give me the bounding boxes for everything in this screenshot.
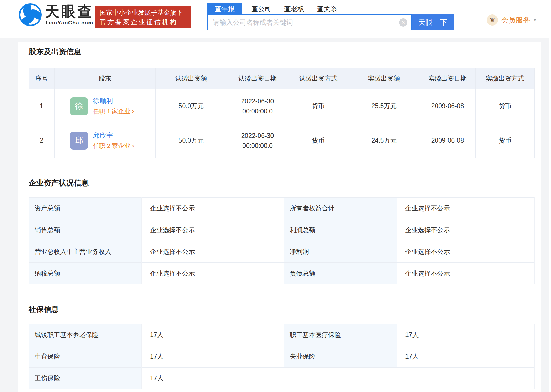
table-row: 营业总收入中主营业务收入 企业选择不公示 净利润 企业选择不公示 <box>29 241 535 263</box>
kv-label: 营业总收入中主营业务收入 <box>29 241 142 263</box>
member-services-label: 会员服务 <box>501 15 530 25</box>
shareholder-name-link[interactable]: 邱欣宇 <box>93 131 134 140</box>
search-input[interactable] <box>207 14 412 30</box>
avatar[interactable]: 徐 <box>70 97 88 115</box>
positions-link[interactable]: 任职 1 家企业› <box>93 107 134 116</box>
kv-value: 企业选择不公示 <box>142 263 284 284</box>
search-button[interactable]: 天眼一下 <box>412 14 454 30</box>
kv-value: 企业选择不公示 <box>142 241 284 263</box>
row-index: 1 <box>29 89 55 123</box>
kv-label: 负债总额 <box>284 263 397 284</box>
search-tabs: 查年报 查公司 查老板 查关系 <box>207 3 454 14</box>
kv-label: 失业保险 <box>284 346 397 368</box>
paid-amount: 25.5万元 <box>348 89 420 123</box>
assets-section-title: 企业资产状况信息 <box>29 177 534 188</box>
kv-value: 17人 <box>142 324 284 346</box>
tab-boss[interactable]: 查老板 <box>284 4 304 13</box>
subscribed-amount: 50.0万元 <box>156 89 227 123</box>
kv-value: 企业选择不公示 <box>142 219 284 241</box>
paid-date: 2009-06-08 <box>420 89 476 123</box>
kv-label: 销售总额 <box>29 219 142 241</box>
header-divider <box>545 14 545 26</box>
member-services[interactable]: ♛ 会员服务 ▼ <box>487 14 545 26</box>
shareholders-table: 序号 股东 认缴出资额 认缴出资日期 认缴出资方式 实缴出资额 实缴出资日期 实… <box>29 68 535 158</box>
chevron-down-icon: ▼ <box>533 18 537 22</box>
paid-method: 货币 <box>476 123 535 158</box>
kv-value: 企业选择不公示 <box>397 198 535 219</box>
subscribed-method: 货币 <box>288 89 348 123</box>
table-row: 纳税总额 企业选择不公示 负债总额 企业选择不公示 <box>29 263 535 284</box>
kv-label: 职工基本医疗保险 <box>284 324 397 346</box>
avatar[interactable]: 邱 <box>70 132 88 150</box>
kv-label: 生育保险 <box>29 346 142 368</box>
col-paid-date: 实缴出资日期 <box>420 68 476 89</box>
subscribed-date: 2022-06-30 00:00:00.0 <box>227 123 288 158</box>
row-index: 2 <box>29 123 55 158</box>
kv-value: 企业选择不公示 <box>142 198 284 219</box>
page-background: 股东及出资信息 序号 股东 认缴出资额 认缴出资日期 认缴出资方式 实缴出资额 … <box>0 38 551 392</box>
kv-label: 利润总额 <box>284 219 397 241</box>
positions-link-text: 任职 2 家企业 <box>93 142 130 149</box>
table-row: 生育保险 17人 失业保险 17人 <box>29 346 535 368</box>
date-line-2: 00:00:00.0 <box>227 141 288 151</box>
kv-label: 纳税总额 <box>29 263 142 284</box>
date-line-2: 00:00:00.0 <box>227 106 288 116</box>
kv-value: 企业选择不公示 <box>397 263 535 284</box>
social-security-section-title: 社保信息 <box>29 304 534 315</box>
positions-link-text: 任职 1 家企业 <box>93 108 130 115</box>
shareholders-section-title: 股东及出资信息 <box>29 46 534 57</box>
subscribed-date: 2022-06-30 00:00:00.0 <box>227 89 288 123</box>
kv-label: 净利润 <box>284 241 397 263</box>
table-row: 工伤保险 17人 <box>29 368 535 389</box>
table-row: 城镇职工基本养老保险 17人 职工基本医疗保险 17人 <box>29 324 535 346</box>
kv-label: 城镇职工基本养老保险 <box>29 324 142 346</box>
table-header-row: 序号 股东 认缴出资额 认缴出资日期 认缴出资方式 实缴出资额 实缴出资日期 实… <box>29 68 535 89</box>
date-line-1: 2022-06-30 <box>227 131 288 141</box>
col-index: 序号 <box>29 68 55 89</box>
scrollbar-track[interactable] <box>549 38 551 392</box>
table-row: 资产总额 企业选择不公示 所有者权益合计 企业选择不公示 <box>29 198 535 219</box>
col-subscribed-amount: 认缴出资额 <box>156 68 227 89</box>
tab-relationship[interactable]: 查关系 <box>317 4 337 13</box>
paid-date: 2009-06-08 <box>420 123 476 158</box>
brand-name: 天眼查 <box>45 4 94 19</box>
col-paid-method: 实缴出资方式 <box>476 68 535 89</box>
kv-label: 工伤保险 <box>29 368 142 389</box>
date-line-1: 2022-06-30 <box>227 96 288 106</box>
brand-domain: TianYanCha.com <box>45 20 94 26</box>
site-header: 天眼查 TianYanCha.com 国家中小企业发展子基金旗下 官方备案企业征… <box>0 0 551 38</box>
kv-value: 17人 <box>142 346 284 368</box>
crown-icon: ♛ <box>487 14 498 26</box>
col-shareholder: 股东 <box>55 68 156 89</box>
kv-value: 17人 <box>397 324 535 346</box>
kv-label: 所有者权益合计 <box>284 198 397 219</box>
clear-search-icon[interactable]: × <box>399 18 407 27</box>
chevron-right-icon: › <box>132 142 134 149</box>
kv-value: 17人 <box>397 346 535 368</box>
certification-badge: 国家中小企业发展子基金旗下 官方备案企业征信机构 <box>95 6 191 28</box>
subscribed-amount: 50.0万元 <box>156 123 227 158</box>
tab-annual-report[interactable]: 查年报 <box>207 3 242 14</box>
badge-line-1: 国家中小企业发展子基金旗下 <box>100 8 191 17</box>
kv-value: 企业选择不公示 <box>397 241 535 263</box>
logo[interactable]: 天眼查 TianYanCha.com <box>19 3 94 26</box>
table-row: 1 徐 徐顺利 任职 1 家企业› 50.0万元 2022-06-30 <box>29 89 535 123</box>
badge-line-2: 官方备案企业征信机构 <box>100 17 191 27</box>
table-row: 销售总额 企业选择不公示 利润总额 企业选择不公示 <box>29 219 535 241</box>
tab-company[interactable]: 查公司 <box>251 4 271 13</box>
tianyancha-logo-icon <box>19 3 42 26</box>
positions-link[interactable]: 任职 2 家企业› <box>93 142 134 150</box>
kv-value: 企业选择不公示 <box>397 219 535 241</box>
col-subscribed-method: 认缴出资方式 <box>288 68 348 89</box>
paid-method: 货币 <box>476 89 535 123</box>
shareholder-name-link[interactable]: 徐顺利 <box>93 97 134 105</box>
subscribed-method: 货币 <box>288 123 348 158</box>
col-subscribed-date: 认缴出资日期 <box>227 68 288 89</box>
table-row: 2 邱 邱欣宇 任职 2 家企业› 50.0万元 2022-06-30 <box>29 123 535 158</box>
chevron-right-icon: › <box>132 107 134 115</box>
assets-table: 资产总额 企业选择不公示 所有者权益合计 企业选择不公示 销售总额 企业选择不公… <box>29 197 535 284</box>
content-card: 股东及出资信息 序号 股东 认缴出资额 认缴出资日期 认缴出资方式 实缴出资额 … <box>18 42 541 392</box>
social-security-table: 城镇职工基本养老保险 17人 职工基本医疗保险 17人 生育保险 17人 失业保… <box>29 324 535 389</box>
search-block: 查年报 查公司 查老板 查关系 × 天眼一下 <box>207 3 454 30</box>
paid-amount: 24.5万元 <box>348 123 420 158</box>
